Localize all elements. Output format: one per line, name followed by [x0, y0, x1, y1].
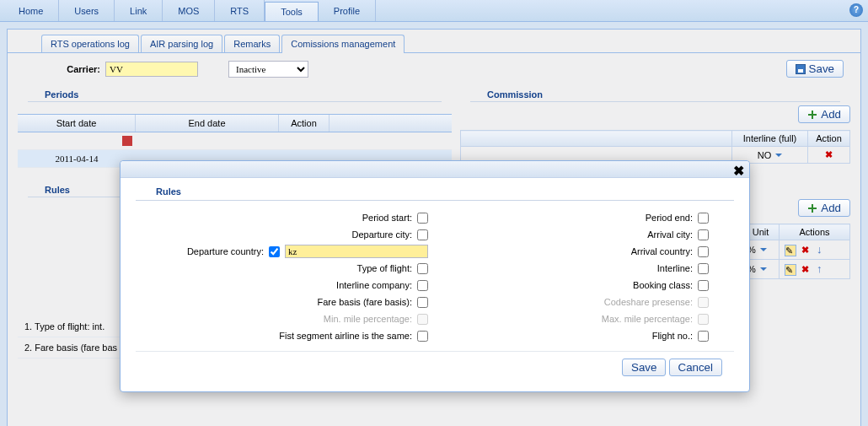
edit-icon[interactable]: ✎ — [785, 264, 796, 276]
commission-add-label: Add — [821, 108, 841, 121]
rule-option-right-3: Interline: — [435, 260, 734, 277]
rule-option-label: Flight no.: — [652, 331, 693, 341]
nav-item-users[interactable]: Users — [59, 0, 115, 21]
rule-option-right-4: Booking class: — [435, 277, 734, 294]
floppy-icon — [796, 64, 806, 74]
rule-option-checkbox[interactable] — [698, 246, 709, 257]
rule-option-checkbox[interactable] — [417, 229, 428, 240]
rule-option-label: Fist segment airline is the same: — [279, 331, 412, 341]
delete-icon[interactable]: ✖ — [823, 149, 835, 160]
commission-row-value: NO — [758, 150, 772, 160]
rule-option-checkbox[interactable] — [417, 280, 428, 291]
close-icon[interactable]: ✖ — [733, 163, 744, 179]
rule-option-checkbox[interactable] — [698, 280, 709, 291]
col-end-date[interactable]: End date — [136, 115, 279, 132]
periods-new-row — [18, 132, 452, 150]
rule-option-right-1: Arrival city: — [435, 226, 734, 243]
rule-option-label: Arrival city: — [647, 229, 693, 240]
rule-option-checkbox[interactable] — [417, 297, 428, 308]
rule-option-left-4: Interline company: — [136, 277, 435, 294]
chevron-down-icon[interactable] — [760, 248, 767, 255]
help-icon[interactable]: ? — [849, 3, 863, 17]
col-start-date[interactable]: Start date — [18, 115, 136, 132]
rule-option-label: Arrival country: — [631, 246, 693, 256]
edit-icon[interactable]: ✎ — [785, 245, 796, 256]
nav-item-home[interactable]: Home — [3, 0, 59, 21]
rule-option-checkbox[interactable] — [417, 213, 428, 224]
periods-grid-header: Start date End date Action — [18, 114, 452, 132]
rule-option-left-0: Period start: — [136, 209, 435, 226]
rules-modal: ✖ Rules Period start:Departure city:Depa… — [120, 160, 750, 392]
commission-add-button[interactable]: Add — [798, 105, 850, 123]
modal-titlebar: ✖ — [121, 161, 749, 178]
rule-option-label: Booking class: — [633, 280, 693, 290]
rules-add-button[interactable]: Add — [798, 199, 850, 217]
plus-icon — [807, 110, 817, 120]
tab-air-parsing-log[interactable]: AIR parsing log — [141, 35, 222, 52]
rule-option-left-6: Min. mile percentage: — [136, 310, 435, 327]
commission-legend: Commission — [470, 88, 840, 102]
carrier-input[interactable] — [105, 62, 198, 77]
nav-item-profile[interactable]: Profile — [319, 0, 376, 21]
rule-option-label: Codeshare presense: — [604, 297, 693, 307]
rule-option-label: Departure city: — [351, 229, 412, 240]
rule-option-checkbox — [698, 314, 709, 325]
carrier-row: Carrier: Inactive Save — [8, 53, 860, 84]
rule-option-label: Fare basis (fare basis): — [318, 297, 412, 307]
save-button-label: Save — [809, 62, 834, 75]
rule-option-right-5: Codeshare presense: — [435, 294, 734, 310]
rule-option-checkbox[interactable] — [269, 246, 280, 257]
nav-item-link[interactable]: Link — [115, 0, 163, 21]
save-button[interactable]: Save — [786, 60, 844, 78]
tab-remarks[interactable]: Remarks — [224, 35, 280, 52]
rule-option-checkbox[interactable] — [698, 263, 709, 274]
delete-icon[interactable]: ✖ — [799, 245, 811, 256]
rule-option-checkbox — [417, 314, 428, 325]
nav-item-tools[interactable]: Tools — [265, 2, 319, 21]
rule-option-right-7: Flight no.: — [435, 327, 734, 344]
nav-item-mos[interactable]: MOS — [163, 0, 215, 21]
commission-table: Interline (full) Action NO ✖ — [460, 130, 850, 164]
rule-option-label: Min. mile percentage: — [324, 314, 412, 324]
rule-option-checkbox — [698, 297, 709, 308]
rule-option-checkbox[interactable] — [698, 229, 709, 240]
rule-option-value-input[interactable] — [285, 245, 428, 258]
rule-option-checkbox[interactable] — [417, 263, 428, 274]
move-down-icon[interactable]: ↓ — [813, 243, 825, 256]
col-commission-action[interactable]: Action — [808, 131, 850, 147]
rule-option-label: Period end: — [646, 213, 693, 223]
rule-option-checkbox[interactable] — [698, 213, 709, 224]
rule-option-left-7: Fist segment airline is the same: — [136, 327, 435, 344]
modal-save-button[interactable]: Save — [622, 359, 666, 376]
tab-commissions-management[interactable]: Comissions management — [281, 35, 405, 53]
modal-rules-legend: Rules — [136, 186, 734, 201]
modal-cancel-button[interactable]: Cancel — [669, 359, 723, 376]
rule-option-right-2: Arrival country: — [435, 243, 734, 260]
rule-option-left-2: Departure country: — [136, 243, 435, 260]
chevron-down-icon[interactable] — [760, 267, 767, 274]
calendar-icon[interactable] — [122, 136, 132, 146]
carrier-status-select[interactable]: Inactive — [228, 61, 308, 78]
rule-option-checkbox[interactable] — [698, 331, 709, 342]
rule-option-label: Interline: — [657, 263, 693, 273]
nav-item-rts[interactable]: RTS — [215, 0, 265, 21]
rule-option-right-6: Max. mile percentage: — [435, 310, 734, 327]
rule-option-left-3: Type of flight: — [136, 260, 435, 277]
col-action[interactable]: Action — [279, 115, 330, 132]
tab-rts-operations-log[interactable]: RTS operations log — [41, 35, 139, 52]
col-actions[interactable]: Actions — [780, 224, 850, 240]
periods-legend: Periods — [28, 88, 442, 102]
col-interline-full[interactable]: Interline (full) — [732, 131, 808, 147]
rule-option-label: Interline company: — [336, 280, 412, 290]
plus-icon — [807, 203, 817, 213]
rule-option-left-5: Fare basis (fare basis): — [136, 294, 435, 310]
rule-option-right-0: Period end: — [435, 209, 734, 226]
chevron-down-icon[interactable] — [775, 154, 782, 160]
periods-row-start: 2011-04-14 — [18, 150, 136, 167]
rule-option-label: Period start: — [362, 213, 412, 223]
move-up-icon[interactable]: ↑ — [813, 262, 825, 275]
delete-icon[interactable]: ✖ — [799, 264, 811, 275]
rules-add-label: Add — [821, 202, 841, 214]
rule-option-label: Type of flight: — [357, 263, 412, 273]
rule-option-checkbox[interactable] — [417, 331, 428, 342]
